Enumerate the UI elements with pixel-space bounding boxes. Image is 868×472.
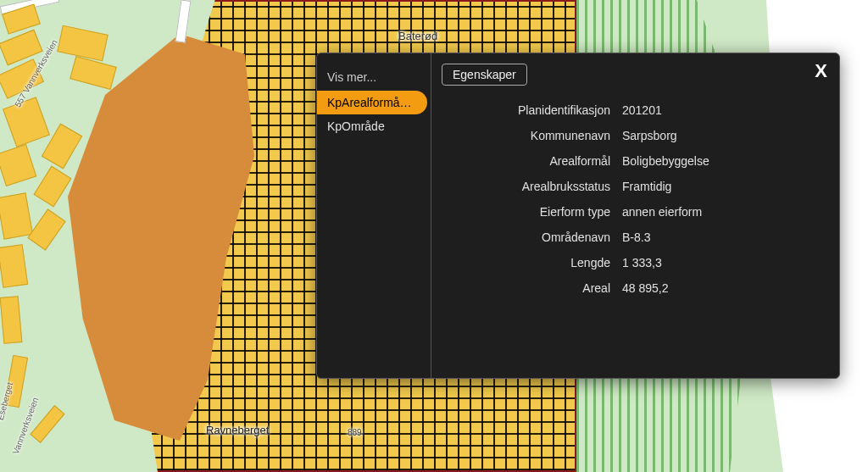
prop-value: Framtidig xyxy=(622,180,822,193)
prop-label: Kommunenavn xyxy=(448,129,622,142)
prop-value: 48 895,2 xyxy=(622,281,822,295)
table-row: Lengde 1 333,3 xyxy=(448,250,822,275)
prop-label: Lengde xyxy=(448,256,622,269)
map-number-label: 889 xyxy=(348,428,362,437)
table-row: Eierform type annen eierform xyxy=(448,199,822,225)
map-label-ravneberget: Ravneberget xyxy=(206,424,269,436)
map-label-baterod: Baterød xyxy=(398,30,437,42)
table-row: Områdenavn B-8.3 xyxy=(448,225,822,250)
popup-sidebar: Vis mer... KpArealformå… KpOmråde xyxy=(317,53,431,378)
table-row: Planidentifikasjon 201201 xyxy=(448,97,822,123)
prop-label: Planidentifikasjon xyxy=(448,103,622,117)
popup-main-panel: Egenskaper X Planidentifikasjon 201201 K… xyxy=(431,53,839,378)
prop-label: Arealformål xyxy=(448,154,622,168)
tab-egenskaper[interactable]: Egenskaper xyxy=(442,64,527,86)
prop-label: Områdenavn xyxy=(448,230,622,244)
prop-value: 1 333,3 xyxy=(622,256,822,269)
table-row: Areal 48 895,2 xyxy=(448,275,822,301)
prop-label: Arealbruksstatus xyxy=(448,180,622,193)
table-row: Kommunenavn Sarpsborg xyxy=(448,123,822,148)
table-row: Arealbruksstatus Framtidig xyxy=(448,174,822,199)
prop-value: B-8.3 xyxy=(622,230,822,244)
properties-table: Planidentifikasjon 201201 Kommunenavn Sa… xyxy=(448,97,822,301)
prop-value: annen eierform xyxy=(622,205,822,219)
prop-label: Eierform type xyxy=(448,205,622,219)
prop-value: Boligbebyggelse xyxy=(622,154,822,168)
sidebar-item-kpomrade[interactable]: KpOmråde xyxy=(317,114,431,138)
prop-value: Sarpsborg xyxy=(622,129,822,142)
feature-info-popup: Vis mer... KpArealformå… KpOmråde Egensk… xyxy=(316,53,840,379)
sidebar-item-kparealformal[interactable]: KpArealformå… xyxy=(317,91,427,114)
close-button[interactable]: X xyxy=(815,62,827,81)
map-viewport[interactable]: Baterød Ravneberget 557 Vannverksveien E… xyxy=(0,0,868,472)
show-more-link[interactable]: Vis mer... xyxy=(317,65,431,91)
prop-label: Areal xyxy=(448,281,622,295)
map-buildings-group xyxy=(0,0,170,472)
map-road xyxy=(175,0,192,43)
prop-value: 201201 xyxy=(622,103,822,117)
table-row: Arealformål Boligbebyggelse xyxy=(448,148,822,174)
